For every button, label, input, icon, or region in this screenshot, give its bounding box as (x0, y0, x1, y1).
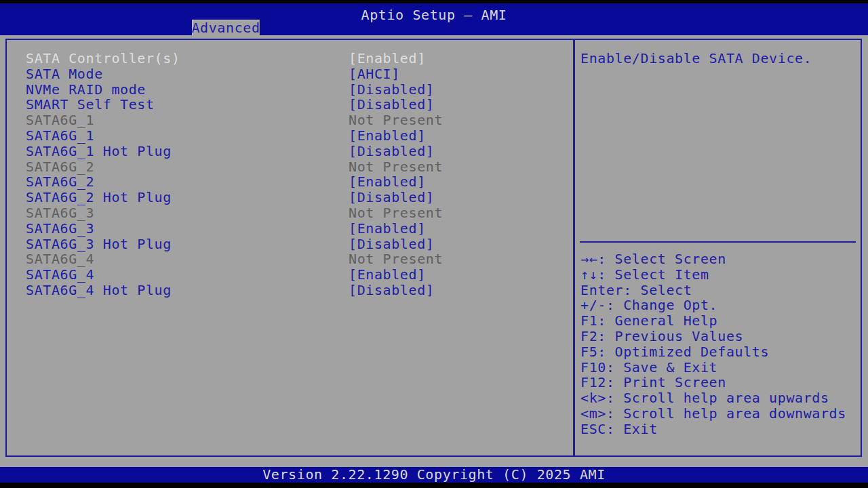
bottom-black-strip (0, 483, 868, 488)
setting-value: [Disabled] (349, 283, 434, 298)
key-legend: →←: Select Screen↑↓: Select ItemEnter: S… (575, 243, 861, 437)
setting-row[interactable]: SATA6G_3[Enabled] (7, 221, 573, 237)
setting-value: [Disabled] (349, 97, 434, 113)
setting-value: [Enabled] (349, 51, 426, 66)
setting-row[interactable]: SATA6G_2 Hot Plug[Disabled] (7, 190, 573, 205)
setting-label: SATA6G_4 (26, 267, 94, 283)
key-hint: F10: Save & Exit (580, 360, 859, 375)
setting-value: [Enabled] (349, 128, 426, 144)
setting-row: SATA6G_1Not Present (7, 113, 573, 128)
setting-row[interactable]: SATA6G_4[Enabled] (7, 267, 573, 283)
setting-label: SATA6G_1 (26, 128, 94, 144)
key-hint: ESC: Exit (580, 422, 859, 437)
setting-value: [Disabled] (349, 82, 434, 98)
key-hint: ↑↓: Select Item (580, 267, 859, 283)
setting-value: [Enabled] (349, 221, 426, 237)
setting-value: [Enabled] (349, 174, 426, 190)
setting-label: SATA6G_3 (26, 205, 94, 221)
setting-value: [Enabled] (349, 267, 426, 283)
setting-label: SMART Self Test (26, 97, 155, 113)
settings-list: SATA Controller(s)[Enabled]SATA Mode[AHC… (7, 40, 573, 455)
setting-value: [AHCI] (349, 66, 400, 82)
key-hint: →←: Select Screen (580, 251, 859, 267)
setting-row: SATA6G_3Not Present (7, 205, 573, 221)
setting-row[interactable]: SATA6G_3 Hot Plug[Disabled] (7, 237, 573, 252)
setting-row: SATA6G_4Not Present (7, 251, 573, 267)
setting-label: SATA6G_2 (26, 174, 94, 190)
setting-value: [Disabled] (349, 190, 434, 205)
setting-row[interactable]: SATA6G_1 Hot Plug[Disabled] (7, 144, 573, 159)
tab-advanced[interactable]: Advanced (192, 20, 260, 35)
setting-value: Not Present (349, 251, 443, 267)
setting-label: SATA6G_2 Hot Plug (26, 190, 172, 205)
setting-row[interactable]: SATA6G_2[Enabled] (7, 174, 573, 190)
setting-label: SATA6G_3 (26, 221, 94, 237)
help-text: Enable/Disable SATA Device. (575, 40, 861, 241)
key-hint: <m>: Scroll help area downwards (580, 406, 859, 422)
setting-value: Not Present (349, 113, 443, 128)
page-title: Aptio Setup – AMI (0, 3, 868, 23)
setting-label: SATA Mode (26, 66, 103, 82)
setting-label: SATA Controller(s) (26, 51, 180, 66)
setting-label: SATA6G_4 Hot Plug (26, 283, 172, 298)
setting-value: [Disabled] (349, 144, 434, 159)
setting-row[interactable]: SATA6G_4 Hot Plug[Disabled] (7, 283, 573, 298)
header-band: Aptio Setup – AMI Advanced (0, 3, 868, 35)
version-bar: Version 2.22.1290 Copyright (C) 2025 AMI (0, 467, 868, 483)
setting-label: SATA6G_1 Hot Plug (26, 144, 172, 159)
setting-row[interactable]: SATA6G_1[Enabled] (7, 128, 573, 144)
setting-row[interactable]: SATA Controller(s)[Enabled] (7, 51, 573, 66)
key-hint: <k>: Scroll help area upwards (580, 390, 859, 406)
setting-value: [Disabled] (349, 237, 434, 252)
key-hint: F2: Previous Values (580, 329, 859, 344)
setting-label: NVMe RAID mode (26, 82, 146, 98)
setting-value: Not Present (349, 159, 443, 175)
setting-row[interactable]: NVMe RAID mode[Disabled] (7, 82, 573, 98)
key-hint: Enter: Select (580, 283, 859, 298)
setting-label: SATA6G_3 Hot Plug (26, 237, 172, 252)
setting-value: Not Present (349, 205, 443, 221)
key-hint: +/-: Change Opt. (580, 298, 859, 313)
key-hint: F5: Optimized Defaults (580, 344, 859, 360)
key-hint: F1: General Help (580, 313, 859, 329)
setting-row: SATA6G_2Not Present (7, 159, 573, 175)
setting-label: SATA6G_4 (26, 251, 94, 267)
main-frame: SATA Controller(s)[Enabled]SATA Mode[AHC… (5, 39, 862, 457)
help-pane: Enable/Disable SATA Device. →←: Select S… (575, 40, 861, 455)
setting-row[interactable]: SMART Self Test[Disabled] (7, 97, 573, 113)
key-hint: F12: Print Screen (580, 375, 859, 390)
setting-label: SATA6G_2 (26, 159, 94, 175)
setting-label: SATA6G_1 (26, 113, 94, 128)
setting-row[interactable]: SATA Mode[AHCI] (7, 66, 573, 82)
